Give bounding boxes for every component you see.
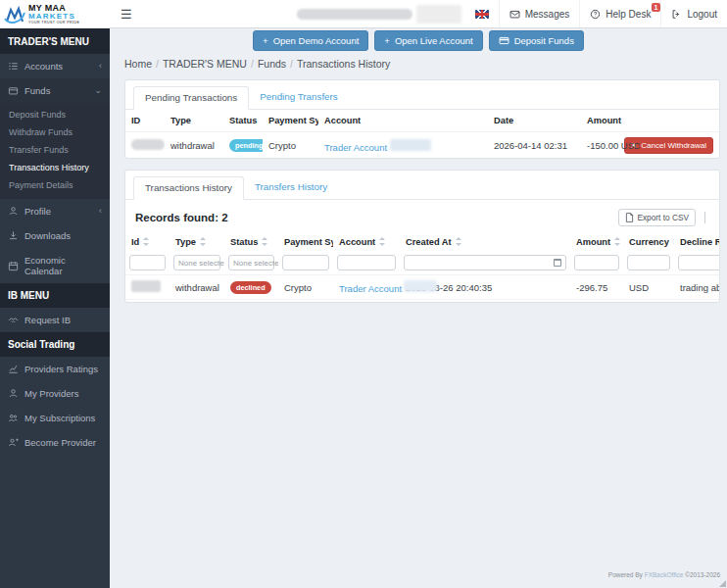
table-row: Deposit approved Crypto Trader Account 2… (125, 300, 720, 304)
filter-cell (674, 253, 720, 275)
sidebar-item-transfer-funds[interactable]: Transfer Funds (0, 141, 110, 159)
section-ib-menu: IB MENU (0, 283, 110, 308)
records-found-label: Records found: 2 (135, 212, 228, 223)
language-flag-icon[interactable] (475, 10, 489, 19)
pending-transactions-table: ID Type Status Payment System Account Da… (125, 110, 719, 159)
account-link[interactable]: Trader Account (339, 283, 402, 294)
col-account[interactable]: Account (333, 231, 400, 253)
cell-currency: USD (623, 300, 674, 304)
sidebar-item-accounts[interactable]: Accounts ‹ (0, 54, 110, 78)
cell-decline-reason (674, 300, 720, 304)
sidebar-toggle-button[interactable]: ☰ (110, 7, 143, 22)
sidebar-item-become-provider[interactable]: Become Provider (0, 430, 110, 455)
transactions-history-card: Transactions History Transfers History R… (124, 170, 720, 303)
users-icon (8, 413, 19, 423)
sidebar-item-label: Accounts (24, 61, 63, 72)
cell-payment-system: Crypto (278, 300, 333, 304)
amount-filter-input[interactable] (574, 255, 619, 270)
breadcrumb-home[interactable]: Home (124, 58, 152, 70)
sidebar-item-funds[interactable]: Funds ⌄ (0, 78, 110, 103)
col-created-at[interactable]: Created At (400, 231, 570, 253)
tab-transfers-history[interactable]: Transfers History (244, 176, 338, 200)
chart-line-icon (8, 364, 19, 374)
breadcrumb-separator: / (247, 58, 258, 70)
list-icon (8, 61, 19, 72)
redacted-balance (416, 5, 461, 24)
filter-cell: None selected (224, 253, 278, 275)
cell-amount: -296.75 (570, 275, 623, 300)
currency-filter-input[interactable] (627, 255, 670, 270)
envelope-icon (509, 9, 520, 20)
help-desk-link[interactable]: Help Desk 1 (579, 0, 660, 27)
logo-subtitle: MARKETS (28, 13, 79, 21)
type-filter-select[interactable]: None selected (173, 255, 220, 270)
wallet-icon (8, 85, 19, 96)
tab-pending-transfers[interactable]: Pending Transfers (249, 86, 349, 110)
payment-system-filter-input[interactable] (282, 255, 329, 270)
sidebar-item-label: Providers Ratings (24, 364, 98, 374)
tab-transactions-history[interactable]: Transactions History (133, 176, 244, 200)
open-demo-account-button[interactable]: + Open Demo Account (253, 30, 368, 51)
logo-tagline: YOUR TRUST OUR PRIDE (28, 22, 79, 25)
chevron-left-icon: ‹ (99, 62, 102, 71)
sidebar-item-label: Downloads (24, 230, 71, 241)
breadcrumb-traders-menu[interactable]: TRADER'S MENU (163, 58, 247, 70)
id-filter-input[interactable] (129, 255, 166, 270)
sidebar-item-deposit-funds[interactable]: Deposit Funds (0, 106, 110, 123)
sidebar-item-label: Funds (24, 85, 50, 96)
logout-link[interactable]: Logout (660, 0, 727, 27)
logout-label: Logout (687, 9, 717, 20)
created-at-filter-input[interactable] (404, 255, 566, 270)
col-payment-system[interactable]: Payment System (278, 231, 333, 253)
history-card-header: Records found: 2 Export to CSV (125, 200, 719, 231)
cell-payment-system: Crypto (263, 132, 318, 160)
sidebar-item-my-subscriptions[interactable]: My Subscriptions (0, 406, 110, 430)
col-id[interactable]: Id (125, 231, 170, 253)
status-filter-select[interactable]: None selected (228, 255, 274, 270)
pending-transactions-card: Pending Transactions Pending Transfers I… (124, 79, 720, 159)
sidebar-item-downloads[interactable]: Downloads (0, 223, 110, 248)
filter-cell (125, 253, 170, 275)
deposit-funds-button[interactable]: Deposit Funds (489, 30, 584, 51)
user-plus-icon (8, 437, 19, 448)
sidebar-item-my-providers[interactable]: My Providers (0, 381, 110, 406)
transactions-history-table: Id Type Status Payment System Account Cr… (125, 231, 720, 303)
col-payment-system: Payment System (263, 110, 318, 132)
account-link[interactable]: Trader Account (324, 142, 387, 153)
help-desk-label: Help Desk (606, 9, 651, 20)
decline-reason-filter-input[interactable] (678, 255, 720, 270)
redacted-id (131, 280, 161, 292)
col-type[interactable]: Type (170, 231, 224, 253)
sidebar-item-economic-calendar[interactable]: Economic Calendar (0, 248, 110, 283)
filter-cell (333, 253, 400, 275)
sidebar-item-profile[interactable]: Profile ‹ (0, 199, 110, 223)
cell-status: approved (224, 300, 278, 304)
col-amount[interactable]: Amount (570, 231, 623, 253)
cell-currency: USD (623, 275, 674, 300)
col-decline-reason[interactable]: Decline Reason (674, 231, 720, 253)
open-live-account-button[interactable]: + Open Live Account (374, 30, 482, 51)
calendar-icon[interactable] (554, 259, 561, 267)
breadcrumb-funds[interactable]: Funds (258, 58, 286, 70)
col-currency[interactable]: Currency (623, 231, 674, 253)
sidebar-item-providers-ratings[interactable]: Providers Ratings (0, 357, 110, 381)
cell-id (125, 300, 170, 304)
col-status[interactable]: Status (224, 231, 278, 253)
cell-status: pending (223, 132, 263, 160)
sidebar-item-payment-details[interactable]: Payment Details (0, 176, 110, 194)
messages-link[interactable]: Messages (499, 0, 580, 27)
sidebar-item-withdraw-funds[interactable]: Withdraw Funds (0, 123, 110, 141)
fxbackoffice-link[interactable]: FXBackOffice (645, 571, 684, 578)
sort-icon (672, 237, 674, 246)
redacted-account-info (297, 9, 412, 20)
type-filter-value: None selected (178, 259, 224, 268)
col-amount-label: Amount (576, 237, 610, 247)
account-filter-input[interactable] (337, 255, 396, 270)
sidebar-item-request-ib[interactable]: Request IB (0, 308, 110, 332)
breadcrumb-current: Transactions History (297, 58, 390, 70)
col-payment-system-label: Payment System (284, 237, 333, 247)
tab-pending-transactions[interactable]: Pending Transactions (133, 86, 249, 110)
export-to-csv-button[interactable]: Export to CSV (618, 209, 696, 226)
sidebar-item-transactions-history[interactable]: Transactions History (0, 159, 110, 176)
filter-row: None selected None selected (125, 253, 720, 275)
